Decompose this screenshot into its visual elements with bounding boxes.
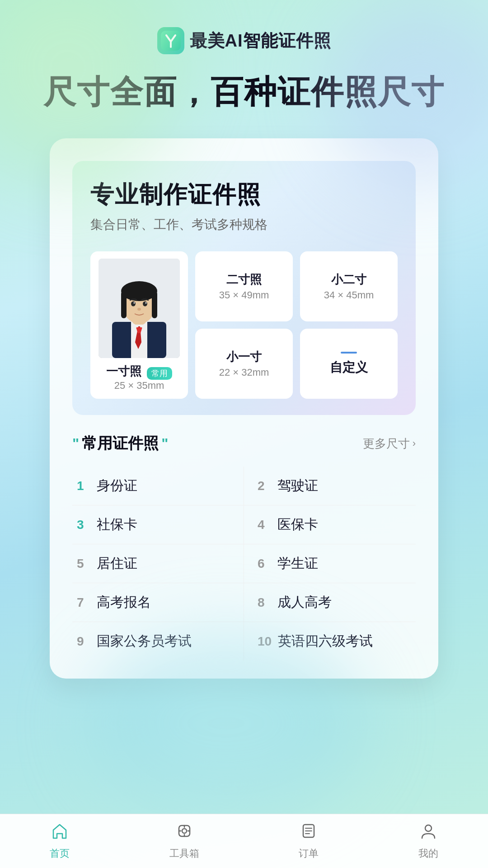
svg-point-13 xyxy=(143,302,147,307)
id-number: 7 xyxy=(77,595,90,610)
bottom-nav: 首页 工具箱 订单 xyxy=(0,814,488,868)
xiao-er-cun-size: 34 × 45mm xyxy=(324,289,374,301)
logo-icon xyxy=(161,31,181,51)
id-number: 9 xyxy=(77,634,90,649)
photo-item-er-cun[interactable]: 二寸照 35 × 49mm xyxy=(195,251,293,321)
section-title-wrapper: " 常用证件照 " xyxy=(72,433,168,454)
id-name: 医保卡 xyxy=(277,515,318,534)
id-name: 学生证 xyxy=(277,554,318,573)
yi-cun-info: 一寸照 常用 25 × 35mm xyxy=(106,363,172,392)
hero-title: 尺寸全面，百种证件照尺寸 xyxy=(43,72,445,111)
id-number: 3 xyxy=(77,518,90,532)
id-name: 居住证 xyxy=(97,554,137,573)
nav-item-home[interactable]: 首页 xyxy=(50,822,70,860)
yi-cun-size: 25 × 35mm xyxy=(106,380,172,392)
er-cun-name: 二寸照 xyxy=(226,272,262,288)
id-list-item[interactable]: 9国家公务员考试 xyxy=(72,622,244,660)
id-name: 社保卡 xyxy=(97,515,137,534)
nav-home-label: 首页 xyxy=(50,847,70,860)
nav-item-tools[interactable]: 工具箱 xyxy=(169,822,199,860)
er-cun-size: 35 × 49mm xyxy=(219,289,269,301)
id-number: 6 xyxy=(258,557,271,571)
orders-icon xyxy=(300,822,318,844)
svg-rect-10 xyxy=(121,291,127,318)
id-list-item[interactable]: 5居住证 xyxy=(72,544,244,583)
page-container: 最美AI智能证件照 尺寸全面，百种证件照尺寸 专业制作证件照 集合日常、工作、考… xyxy=(0,0,488,868)
svg-point-12 xyxy=(131,302,136,307)
id-type-list: 1身份证2驾驶证3社保卡4医保卡5居住证6学生证7高考报名8成人高考9国家公务员… xyxy=(72,467,416,660)
xiao-er-cun-name: 小二寸 xyxy=(331,272,366,288)
id-name: 成人高考 xyxy=(277,593,332,612)
section-title: 常用证件照 xyxy=(82,433,159,454)
more-sizes-link[interactable]: 更多尺寸 › xyxy=(363,436,416,452)
id-list-item[interactable]: 3社保卡 xyxy=(72,505,244,544)
xiao-yi-cun-name: 小一寸 xyxy=(226,349,262,365)
quote-right: " xyxy=(161,436,168,451)
yi-cun-name: 一寸照 xyxy=(106,364,141,378)
more-sizes-label: 更多尺寸 xyxy=(363,436,410,452)
svg-point-20 xyxy=(182,829,187,833)
id-number: 8 xyxy=(258,595,271,610)
custom-dash xyxy=(341,352,357,354)
id-name: 英语四六级考试 xyxy=(278,632,373,651)
portrait-svg xyxy=(99,259,180,358)
svg-point-15 xyxy=(145,302,147,304)
nav-item-profile[interactable]: 我的 xyxy=(418,822,438,860)
quote-left: " xyxy=(72,436,79,451)
chevron-right-icon: › xyxy=(413,438,416,449)
main-card: 专业制作证件照 集合日常、工作、考试多种规格 xyxy=(50,138,438,679)
section-header: " 常用证件照 " 更多尺寸 › xyxy=(72,433,416,454)
id-name: 高考报名 xyxy=(97,593,151,612)
id-list-item[interactable]: 6学生证 xyxy=(244,544,416,583)
id-number: 1 xyxy=(77,479,90,493)
photo-item-portrait[interactable]: 一寸照 常用 25 × 35mm xyxy=(90,251,188,399)
profile-icon xyxy=(419,822,437,844)
id-name: 国家公务员考试 xyxy=(97,632,192,651)
xiao-yi-cun-size: 22 × 32mm xyxy=(219,367,269,378)
photo-grid: 一寸照 常用 25 × 35mm 二寸照 35 × 49mm 小二寸 34 × … xyxy=(90,251,398,399)
id-list-item[interactable]: 1身份证 xyxy=(72,467,244,505)
id-number: 2 xyxy=(258,479,271,493)
app-name: 最美AI智能证件照 xyxy=(190,29,331,52)
home-icon xyxy=(51,822,69,844)
id-list-item[interactable]: 4医保卡 xyxy=(244,505,416,544)
card-subtitle: 集合日常、工作、考试多种规格 xyxy=(90,216,398,233)
svg-point-16 xyxy=(137,308,141,311)
nav-item-orders[interactable]: 订单 xyxy=(299,822,319,860)
photo-item-xiao-yi-cun[interactable]: 小一寸 22 × 32mm xyxy=(195,329,293,399)
custom-label: 自定义 xyxy=(330,359,368,376)
yi-cun-badge: 常用 xyxy=(147,367,172,380)
svg-point-29 xyxy=(425,825,432,831)
inner-gradient-card: 专业制作证件照 集合日常、工作、考试多种规格 xyxy=(72,161,416,415)
id-list-item[interactable]: 8成人高考 xyxy=(244,583,416,622)
id-number: 5 xyxy=(77,557,90,571)
photo-item-xiao-er-cun[interactable]: 小二寸 34 × 45mm xyxy=(300,251,398,321)
id-list-item[interactable]: 7高考报名 xyxy=(72,583,244,622)
svg-rect-11 xyxy=(152,291,157,318)
nav-tools-label: 工具箱 xyxy=(169,847,199,860)
tools-icon xyxy=(175,822,193,844)
header: 最美AI智能证件照 xyxy=(157,27,331,54)
svg-point-14 xyxy=(134,302,135,304)
id-number: 4 xyxy=(258,518,271,532)
nav-profile-label: 我的 xyxy=(418,847,438,860)
portrait-image xyxy=(99,259,180,358)
id-name: 驾驶证 xyxy=(277,476,318,495)
nav-orders-label: 订单 xyxy=(299,847,319,860)
id-list-item[interactable]: 10英语四六级考试 xyxy=(244,622,416,660)
id-list-item[interactable]: 2驾驶证 xyxy=(244,467,416,505)
photo-item-custom[interactable]: 自定义 xyxy=(300,329,398,399)
card-main-title: 专业制作证件照 xyxy=(90,179,398,211)
logo-inner xyxy=(161,31,181,51)
id-name: 身份证 xyxy=(97,476,137,495)
id-number: 10 xyxy=(258,634,272,649)
app-logo xyxy=(157,27,184,54)
